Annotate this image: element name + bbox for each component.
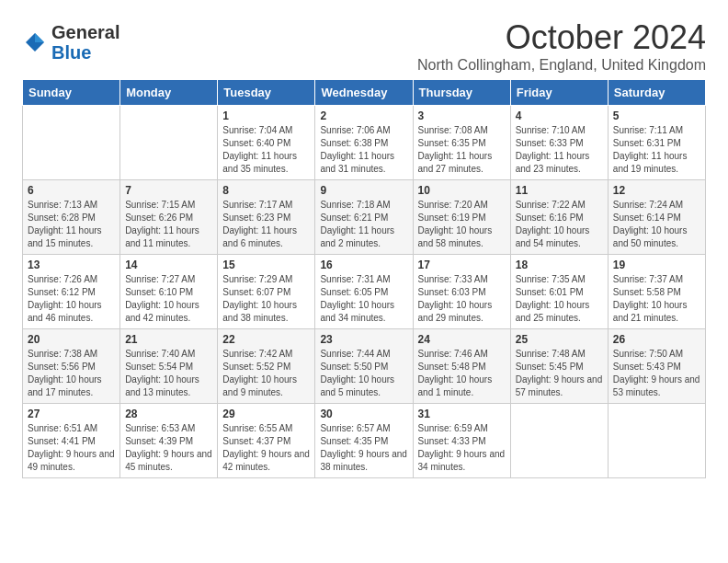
weekday-header-row: Sunday Monday Tuesday Wednesday Thursday… <box>23 80 706 106</box>
day-number: 9 <box>320 184 407 197</box>
table-row: 15Sunrise: 7:29 AMSunset: 6:07 PMDayligh… <box>218 255 315 329</box>
table-row: 28Sunrise: 6:53 AMSunset: 4:39 PMDayligh… <box>120 404 218 478</box>
table-row: 3Sunrise: 7:08 AMSunset: 6:35 PMDaylight… <box>413 106 510 180</box>
table-row: 4Sunrise: 7:10 AMSunset: 6:33 PMDaylight… <box>510 106 608 180</box>
day-number: 28 <box>125 408 212 420</box>
day-info: Sunrise: 7:11 AMSunset: 6:31 PMDaylight:… <box>613 124 700 176</box>
day-info: Sunrise: 7:08 AMSunset: 6:35 PMDaylight:… <box>418 124 506 176</box>
day-number: 24 <box>418 333 506 346</box>
table-row: 30Sunrise: 6:57 AMSunset: 4:35 PMDayligh… <box>315 404 413 478</box>
day-info: Sunrise: 7:40 AMSunset: 5:54 PMDaylight:… <box>125 348 212 399</box>
page-header: General Blue October 2024 North Collingh… <box>22 18 706 74</box>
week-row-2: 6Sunrise: 7:13 AMSunset: 6:28 PMDaylight… <box>23 180 706 255</box>
location-subtitle: North Collingham, England, United Kingdo… <box>417 57 706 74</box>
day-number: 7 <box>125 184 212 197</box>
table-row: 10Sunrise: 7:20 AMSunset: 6:19 PMDayligh… <box>413 180 510 255</box>
table-row: 29Sunrise: 6:55 AMSunset: 4:37 PMDayligh… <box>218 404 315 478</box>
day-info: Sunrise: 7:15 AMSunset: 6:26 PMDaylight:… <box>125 199 212 250</box>
day-number: 2 <box>320 109 407 122</box>
table-row: 21Sunrise: 7:40 AMSunset: 5:54 PMDayligh… <box>120 329 218 404</box>
day-info: Sunrise: 7:18 AMSunset: 6:21 PMDaylight:… <box>320 199 407 250</box>
table-row: 13Sunrise: 7:26 AMSunset: 6:12 PMDayligh… <box>23 255 120 329</box>
day-number: 12 <box>613 184 700 197</box>
day-number: 16 <box>320 259 407 271</box>
day-info: Sunrise: 7:33 AMSunset: 6:03 PMDaylight:… <box>418 273 506 325</box>
day-info: Sunrise: 7:35 AMSunset: 6:01 PMDaylight:… <box>516 273 603 325</box>
title-block: October 2024 North Collingham, England, … <box>417 18 706 74</box>
table-row: 9Sunrise: 7:18 AMSunset: 6:21 PMDaylight… <box>315 180 413 255</box>
table-row <box>510 404 608 478</box>
day-info: Sunrise: 7:29 AMSunset: 6:07 PMDaylight:… <box>222 273 310 325</box>
table-row: 16Sunrise: 7:31 AMSunset: 6:05 PMDayligh… <box>315 255 413 329</box>
header-thursday: Thursday <box>413 80 510 106</box>
table-row: 2Sunrise: 7:06 AMSunset: 6:38 PMDaylight… <box>315 106 413 180</box>
day-number: 22 <box>222 333 310 346</box>
day-info: Sunrise: 7:26 AMSunset: 6:12 PMDaylight:… <box>28 273 115 325</box>
week-row-5: 27Sunrise: 6:51 AMSunset: 4:41 PMDayligh… <box>23 404 706 478</box>
day-number: 4 <box>516 109 603 122</box>
day-info: Sunrise: 6:59 AMSunset: 4:33 PMDaylight:… <box>418 422 506 474</box>
month-title: October 2024 <box>417 18 706 57</box>
day-info: Sunrise: 6:53 AMSunset: 4:39 PMDaylight:… <box>125 422 212 474</box>
week-row-4: 20Sunrise: 7:38 AMSunset: 5:56 PMDayligh… <box>23 329 706 404</box>
table-row: 20Sunrise: 7:38 AMSunset: 5:56 PMDayligh… <box>23 329 120 404</box>
day-info: Sunrise: 7:48 AMSunset: 5:45 PMDaylight:… <box>516 348 603 399</box>
table-row: 31Sunrise: 6:59 AMSunset: 4:33 PMDayligh… <box>413 404 510 478</box>
header-sunday: Sunday <box>23 80 120 106</box>
day-number: 3 <box>418 109 506 122</box>
day-info: Sunrise: 7:24 AMSunset: 6:14 PMDaylight:… <box>613 199 700 250</box>
table-row: 1Sunrise: 7:04 AMSunset: 6:40 PMDaylight… <box>218 106 315 180</box>
day-number: 25 <box>516 333 603 346</box>
day-number: 23 <box>320 333 407 346</box>
day-number: 31 <box>418 408 506 420</box>
table-row: 26Sunrise: 7:50 AMSunset: 5:43 PMDayligh… <box>608 329 705 404</box>
day-info: Sunrise: 6:51 AMSunset: 4:41 PMDaylight:… <box>28 422 115 474</box>
day-info: Sunrise: 6:57 AMSunset: 4:35 PMDaylight:… <box>320 422 407 474</box>
header-tuesday: Tuesday <box>218 80 315 106</box>
day-number: 13 <box>28 259 115 271</box>
calendar-table: Sunday Monday Tuesday Wednesday Thursday… <box>22 79 706 478</box>
logo-text: General Blue <box>51 22 119 63</box>
day-info: Sunrise: 7:04 AMSunset: 6:40 PMDaylight:… <box>222 124 310 176</box>
header-friday: Friday <box>510 80 608 106</box>
logo: General Blue <box>22 22 119 63</box>
table-row: 11Sunrise: 7:22 AMSunset: 6:16 PMDayligh… <box>510 180 608 255</box>
day-info: Sunrise: 7:46 AMSunset: 5:48 PMDaylight:… <box>418 348 506 399</box>
table-row <box>608 404 705 478</box>
day-info: Sunrise: 7:06 AMSunset: 6:38 PMDaylight:… <box>320 124 407 176</box>
day-number: 6 <box>28 184 115 197</box>
day-number: 29 <box>222 408 310 420</box>
day-number: 8 <box>222 184 310 197</box>
day-number: 30 <box>320 408 407 420</box>
day-info: Sunrise: 7:17 AMSunset: 6:23 PMDaylight:… <box>222 199 310 250</box>
day-info: Sunrise: 7:50 AMSunset: 5:43 PMDaylight:… <box>613 348 700 399</box>
table-row: 18Sunrise: 7:35 AMSunset: 6:01 PMDayligh… <box>510 255 608 329</box>
logo-icon <box>22 29 48 55</box>
day-number: 17 <box>418 259 506 271</box>
day-info: Sunrise: 7:22 AMSunset: 6:16 PMDaylight:… <box>516 199 603 250</box>
day-info: Sunrise: 7:37 AMSunset: 5:58 PMDaylight:… <box>613 273 700 325</box>
day-number: 27 <box>28 408 115 420</box>
day-number: 1 <box>222 109 310 122</box>
day-number: 15 <box>222 259 310 271</box>
table-row <box>23 106 120 180</box>
svg-marker-1 <box>35 33 44 42</box>
table-row: 22Sunrise: 7:42 AMSunset: 5:52 PMDayligh… <box>218 329 315 404</box>
day-number: 26 <box>613 333 700 346</box>
table-row: 23Sunrise: 7:44 AMSunset: 5:50 PMDayligh… <box>315 329 413 404</box>
table-row: 27Sunrise: 6:51 AMSunset: 4:41 PMDayligh… <box>23 404 120 478</box>
table-row: 8Sunrise: 7:17 AMSunset: 6:23 PMDaylight… <box>218 180 315 255</box>
day-info: Sunrise: 7:13 AMSunset: 6:28 PMDaylight:… <box>28 199 115 250</box>
table-row: 17Sunrise: 7:33 AMSunset: 6:03 PMDayligh… <box>413 255 510 329</box>
day-info: Sunrise: 7:20 AMSunset: 6:19 PMDaylight:… <box>418 199 506 250</box>
day-number: 21 <box>125 333 212 346</box>
table-row: 14Sunrise: 7:27 AMSunset: 6:10 PMDayligh… <box>120 255 218 329</box>
day-info: Sunrise: 6:55 AMSunset: 4:37 PMDaylight:… <box>222 422 310 474</box>
day-number: 20 <box>28 333 115 346</box>
day-info: Sunrise: 7:10 AMSunset: 6:33 PMDaylight:… <box>516 124 603 176</box>
day-number: 5 <box>613 109 700 122</box>
day-info: Sunrise: 7:42 AMSunset: 5:52 PMDaylight:… <box>222 348 310 399</box>
header-saturday: Saturday <box>608 80 705 106</box>
day-number: 18 <box>516 259 603 271</box>
table-row: 12Sunrise: 7:24 AMSunset: 6:14 PMDayligh… <box>608 180 705 255</box>
